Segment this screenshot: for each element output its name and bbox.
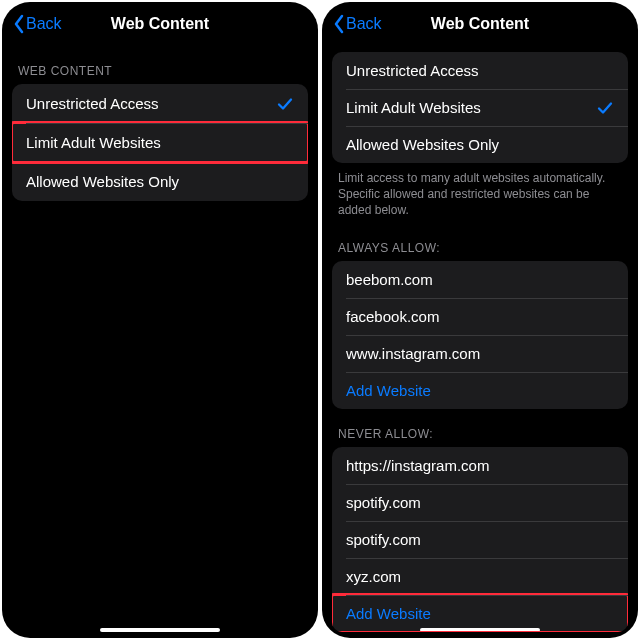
option-label: Unrestricted Access <box>26 95 159 112</box>
section-header-always-allow: ALWAYS ALLOW: <box>322 223 638 261</box>
option-label: Unrestricted Access <box>346 62 479 79</box>
options-group: Unrestricted Access Limit Adult Websites… <box>12 84 308 201</box>
option-limit-adult[interactable]: Limit Adult Websites <box>332 89 628 126</box>
option-label: Limit Adult Websites <box>26 134 161 151</box>
section-header-never-allow: NEVER ALLOW: <box>322 409 638 447</box>
checkmark-icon <box>596 99 614 117</box>
option-label: Allowed Websites Only <box>26 173 179 190</box>
option-label: Allowed Websites Only <box>346 136 499 153</box>
option-unrestricted[interactable]: Unrestricted Access <box>12 84 308 123</box>
list-item[interactable]: facebook.com <box>332 298 628 335</box>
checkmark-icon <box>276 95 294 113</box>
add-website-button[interactable]: Add Website <box>332 595 628 632</box>
section-footer: Limit access to many adult websites auto… <box>322 163 638 223</box>
section-header-web-content: WEB CONTENT <box>2 46 318 84</box>
back-label: Back <box>346 15 382 33</box>
add-website-button[interactable]: Add Website <box>332 372 628 409</box>
navbar: Back Web Content <box>322 2 638 46</box>
page-title: Web Content <box>431 15 529 33</box>
navbar: Back Web Content <box>2 2 318 46</box>
home-indicator[interactable] <box>100 628 220 632</box>
page-title: Web Content <box>111 15 209 33</box>
back-button[interactable]: Back <box>12 14 62 34</box>
options-group: Unrestricted Access Limit Adult Websites… <box>332 52 628 163</box>
site-label: facebook.com <box>346 308 439 325</box>
site-label: spotify.com <box>346 531 421 548</box>
list-item[interactable]: www.instagram.com <box>332 335 628 372</box>
never-allow-group: https://instagram.com spotify.com spotif… <box>332 447 628 632</box>
add-website-label: Add Website <box>346 605 431 622</box>
site-label: https://instagram.com <box>346 457 489 474</box>
option-label: Limit Adult Websites <box>346 99 481 116</box>
list-item[interactable]: beebom.com <box>332 261 628 298</box>
phone-right: Back Web Content Unrestricted Access Lim… <box>322 2 638 638</box>
list-item[interactable]: xyz.com <box>332 558 628 595</box>
list-item[interactable]: https://instagram.com <box>332 447 628 484</box>
option-allowed-only[interactable]: Allowed Websites Only <box>12 162 308 201</box>
list-item[interactable]: spotify.com <box>332 484 628 521</box>
site-label: spotify.com <box>346 494 421 511</box>
site-label: xyz.com <box>346 568 401 585</box>
add-website-label: Add Website <box>346 382 431 399</box>
always-allow-group: beebom.com facebook.com www.instagram.co… <box>332 261 628 409</box>
phone-left: Back Web Content WEB CONTENT Unrestricte… <box>2 2 318 638</box>
option-allowed-only[interactable]: Allowed Websites Only <box>332 126 628 163</box>
list-item[interactable]: spotify.com <box>332 521 628 558</box>
chevron-left-icon <box>332 14 346 34</box>
site-label: beebom.com <box>346 271 433 288</box>
chevron-left-icon <box>12 14 26 34</box>
option-unrestricted[interactable]: Unrestricted Access <box>332 52 628 89</box>
back-button[interactable]: Back <box>332 14 382 34</box>
back-label: Back <box>26 15 62 33</box>
site-label: www.instagram.com <box>346 345 480 362</box>
option-limit-adult[interactable]: Limit Adult Websites <box>12 123 308 162</box>
